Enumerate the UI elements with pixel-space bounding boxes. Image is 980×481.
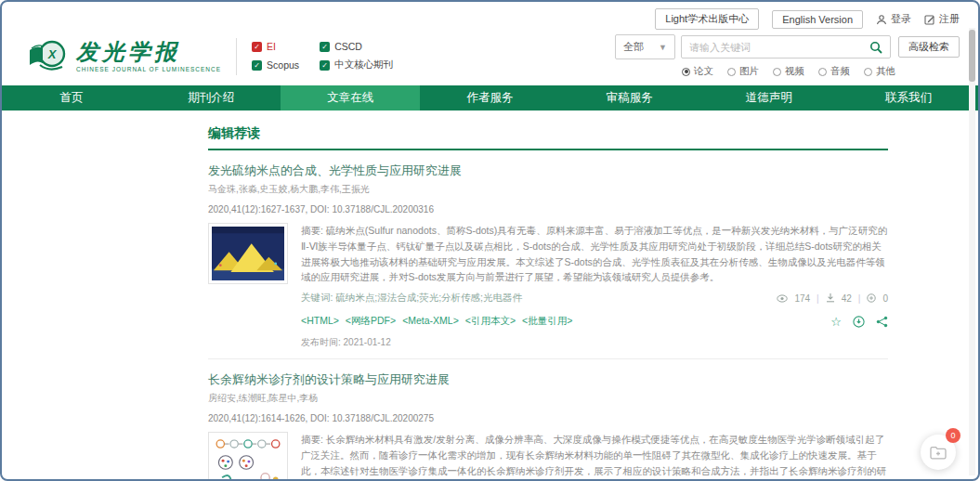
- site-header: X 发光学报 CHINESE JOURNAL OF LUMINESCENCE ✓…: [2, 32, 978, 85]
- search-input[interactable]: [689, 42, 869, 53]
- badge-scopus-label: Scopus: [267, 59, 299, 71]
- views-count: 174: [794, 293, 810, 304]
- badge-cscd-label: CSCD: [334, 41, 362, 52]
- pdf-link[interactable]: <网络PDF>: [346, 315, 396, 328]
- user-icon: [876, 14, 887, 25]
- article-thumbnail[interactable]: [208, 432, 288, 481]
- radio-video-label: 视频: [785, 65, 804, 78]
- search-type-options: 论文 图片 视频 音频 其他: [682, 65, 960, 78]
- radio-image[interactable]: 图片: [727, 65, 759, 78]
- article-citation: 2020,41(12):1614-1626, DOI: 10.37188/CJL…: [208, 413, 888, 423]
- article-actions: ☆: [830, 316, 888, 328]
- article-thumbnail[interactable]: [208, 223, 288, 284]
- advanced-search-button[interactable]: 高级检索: [898, 36, 960, 58]
- register-link[interactable]: 注册: [924, 12, 960, 26]
- article-item-2: 长余辉纳米诊疗剂的设计策略与应用研究进展 房绍安,练潮旺,陈星中,李杨 2020…: [208, 359, 888, 481]
- radio-selected-icon: [682, 68, 690, 76]
- article-authors: 房绍安,练潮旺,陈星中,李杨: [208, 392, 888, 405]
- badge-core-label: 中文核心期刊: [334, 58, 393, 72]
- downloads-icon: [826, 293, 835, 303]
- nav-item-review-services[interactable]: 审稿服务: [560, 85, 699, 110]
- download-circle-icon[interactable]: [853, 316, 865, 328]
- section-title-editors-picks: 编辑荐读: [208, 125, 888, 150]
- journal-name-cn: 发光学报: [76, 41, 221, 63]
- comments-icon: [867, 293, 876, 303]
- checkbox-core-icon: ✓: [320, 60, 330, 71]
- article-title[interactable]: 发光硫纳米点的合成、光学性质与应用研究进展: [208, 162, 888, 179]
- journal-logo[interactable]: X 发光学报 CHINESE JOURNAL OF LUMINESCENCE: [26, 37, 221, 76]
- radio-video[interactable]: 视频: [773, 65, 804, 78]
- nav-item-contact-us[interactable]: 联系我们: [839, 85, 978, 110]
- login-label: 登录: [891, 12, 911, 26]
- badge-ei: ✓ EI: [252, 41, 299, 52]
- article-format-links: <HTML> <网络PDF> <Meta-XML> <引用本文> <批量引用>: [301, 315, 572, 328]
- nav-item-author-services[interactable]: 作者服务: [420, 85, 559, 110]
- nav-item-ethics-statement[interactable]: 道德声明: [699, 85, 839, 110]
- article-stats: 174 | 42 | 0: [777, 293, 888, 304]
- svg-text:X: X: [47, 47, 58, 61]
- comments-count: 0: [882, 293, 888, 304]
- article-thumbnail-image: [212, 227, 284, 280]
- radio-audio[interactable]: 音频: [818, 65, 850, 78]
- login-link[interactable]: 登录: [876, 12, 911, 26]
- views-icon: [777, 294, 788, 303]
- english-version-button[interactable]: English Version: [772, 10, 863, 29]
- article-thumbnail-image: [212, 436, 284, 481]
- register-icon: [924, 14, 935, 25]
- nav-item-articles-online[interactable]: 文章在线: [281, 85, 420, 110]
- article-abstract: 摘要: 硫纳米点(Sulfur nanodots、简称S-dots)具有无毒、原…: [301, 223, 888, 285]
- radio-icon: [773, 68, 781, 76]
- journal-name-en: CHINESE JOURNAL OF LUMINESCENCE: [76, 66, 221, 72]
- radio-icon: [864, 68, 872, 76]
- folder-plus-icon: [930, 446, 947, 460]
- cite-article-link[interactable]: <引用本文>: [465, 315, 516, 328]
- chevron-down-icon: ▼: [659, 43, 667, 52]
- nav-item-home[interactable]: 首页: [2, 85, 141, 110]
- badge-core-journal: ✓ 中文核心期刊: [320, 58, 393, 72]
- html-link[interactable]: <HTML>: [301, 315, 339, 328]
- radio-other[interactable]: 其他: [864, 65, 895, 78]
- article-title[interactable]: 长余辉纳米诊疗剂的设计策略与应用研究进展: [208, 371, 888, 388]
- register-label: 注册: [939, 12, 960, 26]
- downloads-count: 42: [842, 293, 852, 304]
- radio-paper-label: 论文: [694, 65, 713, 78]
- article-authors: 马金珠,张淼,史玉姣,杨大鹏,李伟,王振光: [208, 183, 888, 196]
- article-abstract: 摘要: 长余辉纳米材料具有激发/发射分离、成像分辨率高、大深度成像与操作模式便捷…: [301, 432, 888, 481]
- meta-xml-link[interactable]: <Meta-XML>: [402, 315, 459, 328]
- badge-ei-label: EI: [267, 41, 276, 52]
- checkbox-scopus-icon: ✓: [252, 60, 262, 71]
- header-divider: [236, 38, 237, 75]
- page-scrollbar[interactable]: [969, 28, 975, 475]
- radio-other-label: 其他: [876, 65, 895, 78]
- radio-image-label: 图片: [739, 65, 759, 78]
- scrollbar-thumb[interactable]: [969, 30, 975, 82]
- collection-float-button[interactable]: 0: [921, 435, 956, 470]
- article-citation: 2020,41(12):1627-1637, DOI: 10.37188/CJL…: [208, 204, 888, 214]
- radio-paper[interactable]: 论文: [682, 65, 713, 78]
- search-icon[interactable]: [869, 41, 882, 54]
- search-area: 全部 ▼ 高级检索 论文 图片 视频 音频 其他: [615, 34, 960, 78]
- radio-audio-label: 音频: [830, 65, 850, 78]
- badge-cscd: ✓ CSCD: [320, 41, 393, 52]
- article-keywords: 关键词: 硫纳米点;湿法合成;荧光;分析传感;光电器件: [301, 292, 522, 305]
- batch-cite-link[interactable]: <批量引用>: [522, 315, 572, 328]
- nav-item-journal-intro[interactable]: 期刊介绍: [141, 85, 281, 110]
- checkbox-cscd-icon: ✓: [320, 42, 330, 52]
- checkbox-ei-icon: ✓: [252, 42, 262, 52]
- journal-logo-icon: X: [26, 37, 69, 76]
- search-input-box: [681, 35, 891, 58]
- main-nav: 首页 期刊介绍 文章在线 作者服务 审稿服务 道德声明 联系我们: [2, 85, 978, 110]
- top-utility-bar: Light学术出版中心 English Version 登录 注册: [2, 2, 978, 32]
- search-scope-value: 全部: [623, 40, 644, 54]
- publish-date: 发布时间: 2021-01-12: [301, 336, 888, 349]
- collection-count-badge: 0: [946, 428, 960, 443]
- share-icon[interactable]: [876, 316, 888, 328]
- stats-separator: |: [858, 293, 861, 304]
- light-publishing-center-button[interactable]: Light学术出版中心: [655, 8, 759, 30]
- radio-icon: [818, 68, 827, 76]
- search-scope-select[interactable]: 全部 ▼: [615, 34, 675, 59]
- index-badges: ✓ EI ✓ CSCD ✓ Scopus ✓ 中文核心期刊: [252, 41, 393, 72]
- main-content: 编辑荐读 发光硫纳米点的合成、光学性质与应用研究进展 马金珠,张淼,史玉姣,杨大…: [208, 125, 888, 481]
- radio-icon: [727, 68, 736, 76]
- favorite-star-icon[interactable]: ☆: [830, 316, 842, 328]
